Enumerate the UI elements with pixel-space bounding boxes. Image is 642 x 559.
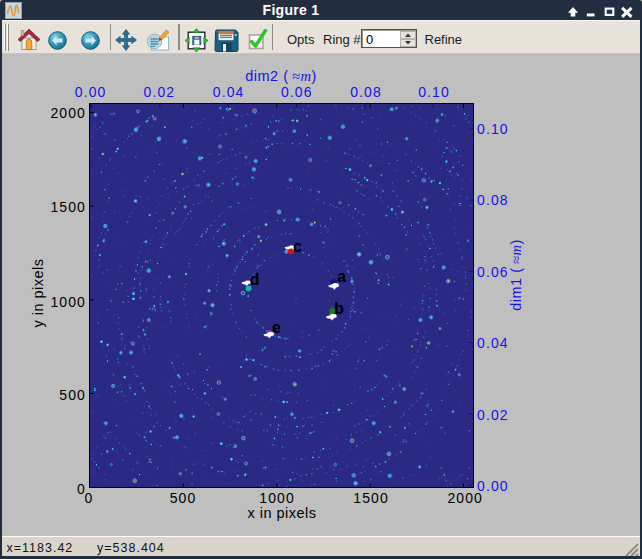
svg-text:d: d — [249, 271, 259, 288]
svg-text:c: c — [292, 237, 301, 254]
svg-text:b: b — [334, 299, 344, 316]
svg-text:e: e — [271, 318, 280, 335]
svg-text:a: a — [337, 268, 346, 285]
